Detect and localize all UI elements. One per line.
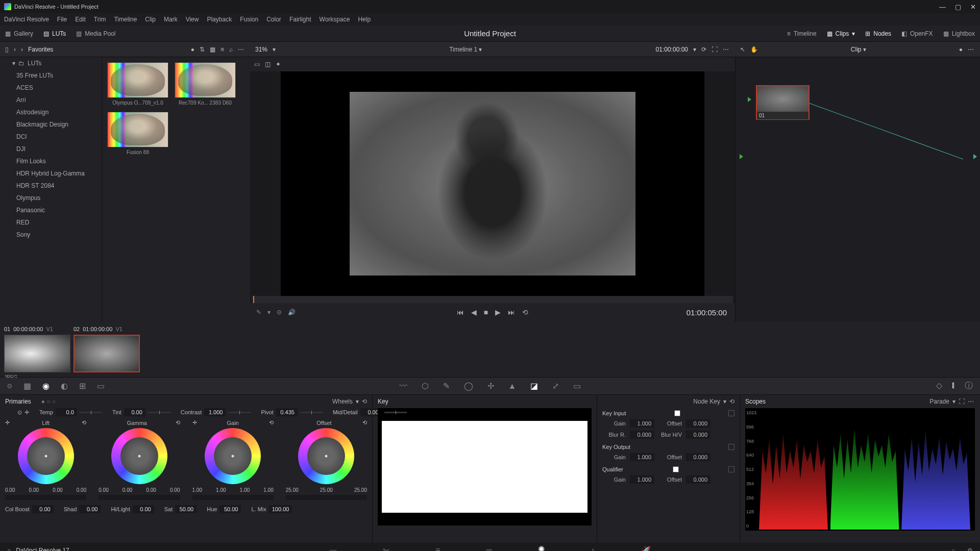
lift-master[interactable] — [5, 495, 86, 500]
menu-fairlight[interactable]: Fairlight — [289, 16, 311, 23]
mute-icon[interactable]: 🔊 — [288, 309, 296, 316]
tree-item[interactable]: Sony — [0, 229, 102, 241]
grid-view-icon[interactable]: ▦ — [210, 46, 215, 53]
motion-icon[interactable]: ▭ — [97, 381, 105, 391]
hue-value[interactable]: 50.00 — [219, 505, 241, 513]
highlight-icon[interactable]: ▭ — [254, 61, 260, 68]
clip-thumb-2[interactable] — [74, 335, 140, 372]
menu-mark[interactable]: Mark — [164, 16, 178, 23]
tree-item[interactable]: Film Looks — [0, 155, 102, 167]
reset-icon[interactable]: ⟲ — [362, 398, 367, 405]
fairlight-page[interactable]: ♪ — [591, 546, 595, 551]
color-page[interactable]: ✺ — [538, 544, 545, 551]
invert-icon[interactable] — [728, 444, 734, 450]
input-blurr[interactable]: 0.000 — [630, 431, 654, 439]
expand-icon[interactable]: ⛶ — [959, 398, 965, 405]
timeline-name[interactable]: Timeline 1 ▾ — [281, 46, 651, 53]
split-icon[interactable]: ◫ — [265, 61, 271, 68]
menu-edit[interactable]: Edit — [75, 16, 86, 23]
gallery-toggle[interactable]: ▦Gallery — [0, 26, 38, 41]
reset-icon[interactable]: ⟲ — [362, 419, 367, 426]
pointer-icon[interactable]: ↖ — [740, 46, 745, 53]
color-match-icon[interactable]: ▦ — [23, 381, 31, 391]
menu-davinci[interactable]: DaVinci Resolve — [4, 16, 49, 23]
play-button[interactable]: ▶ — [495, 308, 501, 316]
more-icon[interactable]: ⋯ — [723, 46, 730, 53]
edit-page[interactable]: ≡ — [435, 546, 440, 551]
info-icon[interactable]: ⓘ — [965, 381, 973, 391]
timecode-in[interactable]: 01:00:00:00 — [656, 46, 688, 53]
project-manager-icon[interactable]: ⌂ — [951, 547, 955, 551]
sizing-icon[interactable]: ⤢ — [552, 381, 559, 391]
hand-icon[interactable]: ✋ — [750, 46, 758, 53]
lightbox-toggle[interactable]: ▦Lightbox — [938, 30, 980, 37]
reset-icon[interactable]: ⟲ — [82, 419, 86, 426]
invert-icon[interactable] — [728, 410, 734, 416]
menu-trim[interactable]: Trim — [94, 16, 106, 23]
rgb-mixer-icon[interactable]: ⊞ — [79, 381, 86, 391]
input-blurhv[interactable]: 0.000 — [686, 431, 710, 439]
chevron-down-icon[interactable]: ▾ — [693, 46, 696, 53]
gamma-wheel[interactable]: Gamma⟲ 0.000.000.000.00 — [99, 419, 180, 500]
playhead[interactable] — [253, 296, 254, 303]
stop-button[interactable]: ■ — [484, 308, 488, 316]
timecode-out[interactable]: 01:00:05:00 — [687, 308, 727, 317]
parade-scope[interactable]: 10238967686405123842561280 — [745, 408, 975, 531]
clips-toggle[interactable]: ▦Clips▾ — [822, 30, 861, 37]
more-icon[interactable]: ⋯ — [238, 46, 245, 53]
nav-back-icon[interactable]: ‹ — [14, 46, 16, 53]
tree-item[interactable]: DJI — [0, 143, 102, 155]
tree-item[interactable]: Blackmagic Design — [0, 118, 102, 131]
tracker-icon[interactable]: ✢ — [487, 381, 494, 391]
settings-icon[interactable]: ⚙ — [967, 547, 973, 551]
qualifier-icon[interactable]: ✎ — [256, 309, 261, 316]
lut-thumb[interactable]: Rec709 Ko... 2383 D60 — [175, 62, 236, 106]
deliver-page[interactable]: 🚀 — [641, 546, 651, 552]
contrast-value[interactable]: 1.000 — [204, 408, 226, 416]
luts-toggle[interactable]: ▤LUTs — [38, 26, 71, 41]
keyframes-icon[interactable]: ◇ — [936, 381, 942, 391]
more-icon[interactable]: ⋯ — [968, 398, 975, 405]
sort-icon[interactable]: ⇅ — [200, 46, 205, 53]
lmix-value[interactable]: 100.00 — [269, 505, 292, 513]
3d-icon[interactable]: ▭ — [573, 381, 581, 391]
tree-item[interactable]: DCI — [0, 131, 102, 143]
panel-toggle-icon[interactable]: ▯ — [5, 46, 9, 53]
input-gain[interactable]: 1.000 — [630, 419, 654, 428]
tree-item[interactable]: ACES — [0, 82, 102, 94]
cut-page[interactable]: ✄ — [383, 546, 389, 552]
lift-wheel[interactable]: ✛Lift⟲ 0.000.000.000.00 — [5, 419, 86, 500]
tree-item[interactable]: 35 Free LUTs — [0, 69, 102, 82]
warper-icon[interactable]: ⬡ — [422, 381, 429, 391]
refresh-icon[interactable]: ⟳ — [701, 46, 706, 53]
window-icon[interactable]: ◯ — [464, 381, 473, 391]
matte-icon[interactable] — [673, 466, 679, 472]
gain-master[interactable] — [192, 495, 274, 500]
expand-icon[interactable]: ⛶ — [712, 46, 718, 53]
chevron-down-icon[interactable]: ▾ — [273, 46, 276, 53]
hdr-icon[interactable]: ◐ — [61, 381, 68, 391]
tree-root[interactable]: ▾🗀LUTs — [0, 57, 102, 69]
key-icon[interactable]: ◪ — [530, 381, 538, 391]
dot-icon[interactable]: ● ○ ○ — [41, 398, 56, 405]
balance-icon[interactable]: ✛ — [24, 409, 29, 416]
slider-dot-icon[interactable]: ● — [959, 46, 963, 53]
tree-item[interactable]: Astrodesign — [0, 106, 102, 118]
nav-fwd-icon[interactable]: › — [21, 46, 23, 53]
menu-color[interactable]: Color — [266, 16, 281, 23]
temp-value[interactable]: 0.0 — [56, 408, 77, 416]
loop-button[interactable]: ⟲ — [522, 308, 528, 316]
curves-icon[interactable]: 〰 — [399, 382, 407, 391]
tree-item[interactable]: HDR Hybrid Log-Gamma — [0, 167, 102, 180]
menu-file[interactable]: File — [57, 16, 67, 23]
media-page[interactable]: ▭ — [329, 546, 337, 552]
gain-wheel[interactable]: ✛Gain⟲ 1.001.001.001.00 — [192, 419, 274, 500]
camera-raw-icon[interactable]: ⌾ — [7, 381, 12, 391]
tree-item[interactable]: Arri — [0, 94, 102, 106]
node-panel-label[interactable]: Clip — [851, 46, 862, 53]
minimize-button[interactable]: — — [939, 3, 946, 11]
node-01[interactable]: 01 — [756, 85, 810, 120]
tree-item[interactable]: Panasonic — [0, 204, 102, 216]
reset-icon[interactable]: ⟲ — [176, 419, 180, 426]
nodekey-title[interactable]: Node Key — [693, 398, 720, 405]
